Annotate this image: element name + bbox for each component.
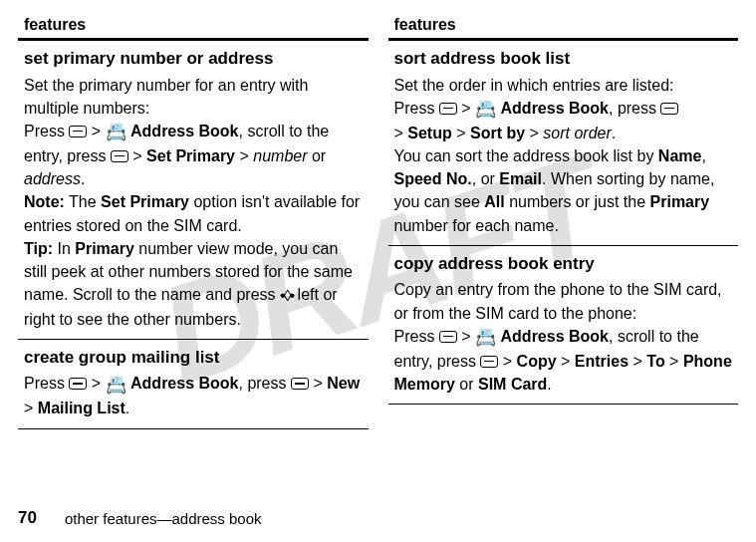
subheading: sort address book list — [394, 47, 733, 72]
addressbook-icon: 📇 — [475, 98, 496, 123]
cell-copy: copy address book entry Copy an entry fr… — [388, 245, 739, 404]
body-text: Copy an entry from the phone to the SIM … — [394, 278, 733, 324]
right-table: features sort address book list Set the … — [388, 12, 739, 405]
menu-icon — [111, 150, 128, 162]
table-header-row: features — [388, 12, 739, 40]
left-column: features set primary number or address S… — [18, 12, 369, 429]
subheading: create group mailing list — [24, 346, 363, 371]
subheading: copy address book entry — [394, 252, 733, 277]
note-text: Note: The Set Primary option isn't avail… — [24, 190, 363, 236]
footer-text: other features—address book — [65, 510, 262, 527]
right-column: features sort address book list Set the … — [388, 12, 739, 429]
page-content: features set primary number or address S… — [0, 0, 756, 429]
extra-text: You can sort the address book list by Na… — [394, 144, 733, 237]
menu-icon — [439, 103, 457, 115]
menu-icon — [480, 356, 498, 368]
addressbook-icon: 📇 — [475, 326, 496, 351]
menu-icon — [291, 378, 309, 390]
nav-text: Press > 📇 Address Book, scroll to the en… — [394, 325, 733, 396]
nav-icon: •◊• — [280, 284, 293, 307]
menu-icon — [439, 331, 457, 343]
page-number: 70 — [18, 508, 37, 528]
body-text: Set the order in which entries are liste… — [394, 74, 733, 97]
table-header-row: features — [18, 12, 369, 40]
menu-icon — [69, 126, 87, 137]
right-header: features — [388, 12, 739, 40]
page-footer: 70 other features—address book — [18, 508, 262, 528]
cell-sort: sort address book list Set the order in … — [388, 40, 739, 246]
body-text: Set the primary number for an entry with… — [24, 74, 363, 120]
menu-icon — [69, 378, 87, 390]
addressbook-icon: 📇 — [106, 374, 126, 399]
cell-group-mailing: create group mailing list Press > 📇 Addr… — [18, 339, 369, 428]
left-table: features set primary number or address S… — [18, 12, 369, 429]
menu-icon — [660, 103, 678, 115]
subheading: set primary number or address — [24, 47, 363, 72]
cell-set-primary: set primary number or address Set the pr… — [18, 40, 369, 340]
table-row: create group mailing list Press > 📇 Addr… — [18, 339, 369, 428]
addressbook-icon: 📇 — [106, 121, 126, 145]
nav-text: Press > 📇 Address Book, press > New > Ma… — [24, 372, 363, 419]
nav-text: Press > 📇 Address Book, press > Setup > … — [394, 97, 733, 144]
nav-text: Press > 📇 Address Book, scroll to the en… — [24, 120, 363, 190]
table-row: sort address book list Set the order in … — [388, 40, 739, 246]
tip-text: Tip: In Primary number view mode, you ca… — [24, 237, 363, 331]
left-header: features — [18, 12, 369, 40]
table-row: set primary number or address Set the pr… — [18, 40, 369, 340]
table-row: copy address book entry Copy an entry fr… — [388, 245, 739, 404]
